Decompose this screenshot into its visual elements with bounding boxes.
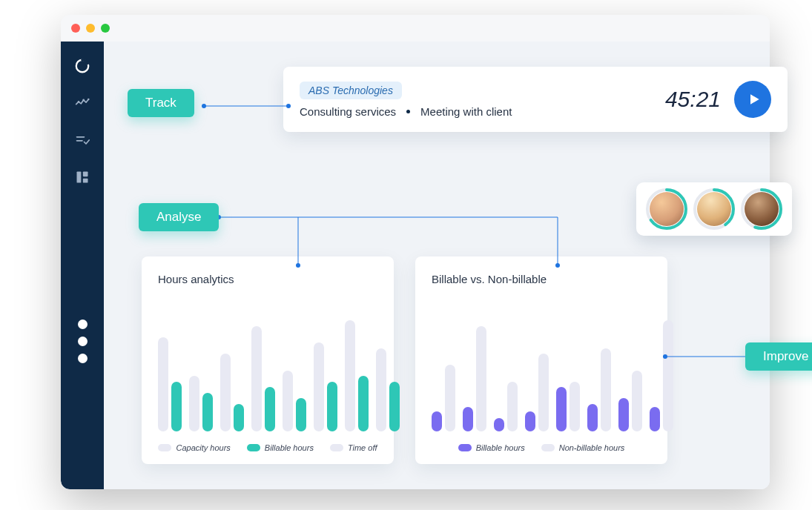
team-avatars-card — [636, 182, 792, 236]
window-maximize-icon[interactable] — [101, 24, 110, 33]
legend-label: Time off — [348, 443, 377, 452]
svg-rect-6 — [77, 172, 82, 183]
timer-task: Meeting with client — [420, 105, 512, 118]
chart-billable-nonbillable: Billable vs. Non-billable Billable hours… — [415, 256, 667, 464]
sidebar — [61, 42, 104, 489]
tag-label: Analyse — [156, 210, 201, 224]
chart-legend: Capacity hours Billable hours Time off — [158, 443, 377, 452]
svg-rect-7 — [83, 172, 88, 177]
svg-point-1 — [78, 101, 80, 103]
separator-icon — [406, 110, 410, 113]
legend-label: Billable hours — [476, 443, 525, 452]
chart-title: Hours analytics — [158, 273, 377, 285]
tasks-icon[interactable] — [74, 132, 90, 148]
svg-marker-12 — [750, 94, 759, 104]
chart-legend: Billable hours Non-billable hours — [432, 443, 651, 452]
window-minimize-icon[interactable] — [86, 24, 95, 33]
timer-card: ABS Technologies Consulting services Mee… — [283, 67, 788, 132]
play-button[interactable] — [734, 81, 771, 118]
tag-track: Track — [128, 89, 194, 117]
tag-label: Improve — [763, 349, 808, 363]
avatar[interactable] — [693, 188, 735, 230]
activity-icon[interactable] — [74, 95, 90, 111]
timer-category: Consulting services — [300, 105, 396, 118]
tag-analyse: Analyse — [139, 203, 219, 231]
chart-body — [432, 297, 651, 431]
svg-point-2 — [82, 99, 85, 102]
app-window: Track ABS Technologies Consulting servic… — [61, 15, 770, 489]
avatar[interactable] — [646, 188, 687, 230]
avatar[interactable] — [741, 188, 782, 230]
window-close-icon[interactable] — [71, 24, 80, 33]
legend-label: Non-billable hours — [559, 443, 625, 452]
svg-point-3 — [88, 99, 90, 101]
chart-hours-analytics: Hours analytics Capacity hours Billable … — [142, 256, 394, 464]
tag-improve: Improve — [745, 342, 812, 371]
timer-elapsed: 45:21 — [665, 87, 721, 112]
legend-label: Billable hours — [265, 443, 314, 452]
legend-label: Capacity hours — [176, 443, 230, 452]
dashboard-icon[interactable] — [74, 169, 90, 185]
tag-label: Track — [145, 96, 176, 110]
sidebar-more-dots[interactable] — [78, 319, 88, 363]
svg-rect-8 — [83, 179, 88, 183]
logo-icon — [74, 58, 90, 74]
chart-body — [158, 297, 377, 431]
window-titlebar — [61, 15, 770, 42]
chart-title: Billable vs. Non-billable — [432, 273, 651, 285]
project-chip[interactable]: ABS Technologies — [300, 82, 402, 99]
